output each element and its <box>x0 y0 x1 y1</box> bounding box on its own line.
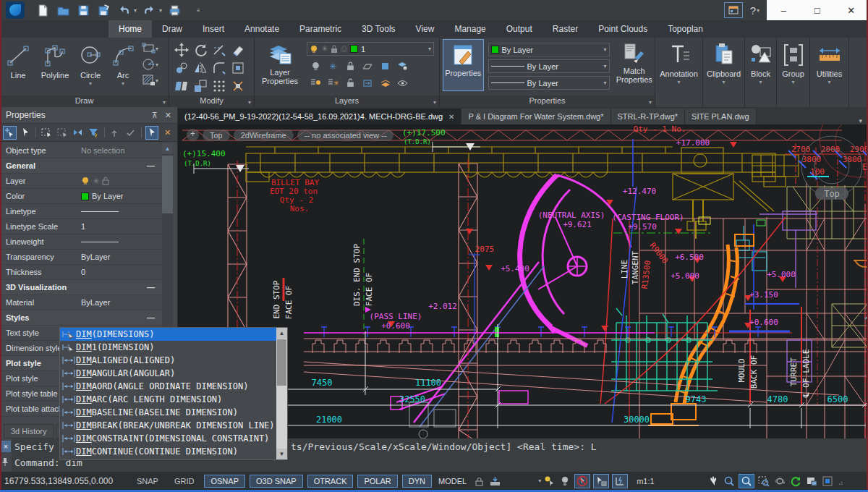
autocomplete-item-DIM1[interactable]: DIM1 (DIMENSION) <box>60 341 276 354</box>
autocomplete-item-DIMCONSTRAINT[interactable]: DIMCONSTRAINT (DIMENSIONAL CONSTRAINT) <box>60 432 276 445</box>
regen-icon[interactable] <box>789 475 802 488</box>
quick-select-icon[interactable] <box>71 126 85 140</box>
quad-cursor-icon[interactable] <box>593 474 609 488</box>
save-as-icon[interactable] <box>95 2 111 18</box>
command-close-icon[interactable]: ✕ <box>1 441 11 452</box>
properties-toggle-button[interactable]: Properties <box>443 39 484 91</box>
autocomplete-item-DIM[interactable]: DIM (DIMENSIONS) <box>60 328 276 341</box>
ribbon-tab-output[interactable]: Output <box>496 20 542 38</box>
tray-icon[interactable] <box>488 475 501 488</box>
property-row-styles[interactable]: Styles— <box>0 310 162 326</box>
tab-close-icon[interactable]: ✕ <box>448 113 454 121</box>
property-value[interactable]: By Layer <box>81 192 162 200</box>
layer-bulb-icon[interactable] <box>81 177 90 185</box>
layers-panel-label[interactable]: Layers▾ <box>255 96 439 107</box>
color-select[interactable]: By Layer▾ <box>488 43 610 56</box>
autocomplete-item-DIMALIGNED[interactable]: DIMALIGNED (ALIGNED) <box>60 354 276 367</box>
select-window-icon[interactable] <box>40 126 54 140</box>
status-flyout-icon[interactable]: ▾ <box>538 478 541 484</box>
annotation-button[interactable]: Annotation▾ <box>655 39 702 106</box>
layer-select[interactable]: ✳ ⎙ 1 ▾ <box>307 42 434 56</box>
viewport-visualstyle-pill[interactable]: 2dWireframe <box>234 130 294 141</box>
collapse-icon[interactable]: — <box>147 161 155 170</box>
ellipse-tool[interactable]: ▾ <box>142 58 158 71</box>
status-toggle-dyn[interactable]: DYN <box>402 475 432 488</box>
ribbon-tab-annotate[interactable]: Annotate <box>234 20 289 38</box>
ribbon-tab-view[interactable]: View <box>406 20 445 38</box>
zoom-window-icon[interactable] <box>739 474 754 488</box>
layer-thaw-icon[interactable]: ✳ <box>328 78 339 88</box>
array-icon[interactable] <box>212 79 226 93</box>
annotation-scale[interactable]: m1:1 <box>637 477 654 485</box>
ui-lock-icon[interactable] <box>472 475 485 488</box>
viewport-assoc-pill[interactable]: -- no associated view -- <box>297 130 394 141</box>
draw-panel-label[interactable]: Draw▾ <box>0 96 169 107</box>
layer-eye-icon[interactable] <box>397 80 408 87</box>
circle-dropdown-icon[interactable]: ▾ <box>89 80 92 87</box>
status-toggle-polar[interactable]: POLAR <box>357 475 397 488</box>
autocomplete-scroll-up-icon[interactable]: ▲ <box>276 328 287 339</box>
trim-icon[interactable] <box>212 43 226 57</box>
status-toggle-snap[interactable]: SNAP <box>131 475 164 487</box>
lineweight-select[interactable]: By Layer▾ <box>488 76 610 90</box>
linetype-select[interactable]: By Layer▾ <box>488 59 610 73</box>
autocomplete-scroll-thumb[interactable] <box>277 339 286 386</box>
select-crossing-icon[interactable] <box>56 126 69 140</box>
hatch-tool[interactable]: ▾ <box>142 74 158 87</box>
offset-icon[interactable] <box>231 61 245 75</box>
line-tool[interactable]: Line <box>0 39 36 94</box>
property-value[interactable]: No selection <box>81 146 162 155</box>
properties-panel-label[interactable]: Properties▾ <box>440 96 655 107</box>
select-add-icon[interactable] <box>3 126 17 140</box>
ribbon-tab-raster[interactable]: Raster <box>542 20 588 38</box>
autocomplete-item-DIMARC[interactable]: DIMARC (ARC LENGTH DIMENSION) <box>60 393 276 406</box>
copy-icon[interactable] <box>174 61 189 75</box>
polyline-tool[interactable]: Polyline <box>36 39 74 94</box>
mirror-icon[interactable] <box>193 61 208 75</box>
scale-icon[interactable] <box>193 79 208 93</box>
property-value[interactable]: ByLayer <box>81 253 162 261</box>
undo-dropdown-icon[interactable]: ▾ <box>134 7 137 14</box>
layout-switch-icon[interactable] <box>805 475 818 488</box>
clean-screen-icon[interactable] <box>821 475 834 488</box>
document-tab-0[interactable]: (12-40-56_PM_9-19-2022)(12-54-58_16.09.2… <box>178 109 461 124</box>
pin-icon[interactable]: ⊼ <box>152 111 158 120</box>
hotkey-assistant-icon[interactable] <box>542 475 556 488</box>
layer-plane-icon[interactable] <box>362 62 373 71</box>
layer-off-icon[interactable] <box>311 62 320 71</box>
ribbon-tab-topoplan[interactable]: Topoplan <box>658 20 713 38</box>
viewport-add-icon[interactable]: + <box>187 129 199 141</box>
redo-icon[interactable] <box>141 2 157 18</box>
collapse-icon[interactable]: — <box>147 313 155 322</box>
close-panel-icon[interactable]: ✕ <box>165 111 171 120</box>
autocomplete-item-DIMBREAK[interactable]: DIMBREAK (BREAK/UNBREAK DIMENSION LINE) <box>60 419 276 432</box>
document-tab-1[interactable]: P & I Diagram For Water System.dwg* <box>461 109 610 124</box>
clear-icon[interactable]: ✕ <box>161 126 174 140</box>
arc-dropdown-icon[interactable]: ▾ <box>122 80 124 87</box>
document-tab-3[interactable]: SITE PLAN.dwg <box>685 109 756 124</box>
group-button[interactable]: Group▾ <box>777 39 809 106</box>
save-icon[interactable] <box>75 2 91 18</box>
property-value[interactable] <box>81 211 162 212</box>
autocomplete-item-DIMBASELINE[interactable]: DIMBASELINE (BASELINE DIMENSION) <box>60 406 276 419</box>
maximize-button[interactable]: □ <box>807 5 828 16</box>
selection-off-icon[interactable] <box>574 474 590 488</box>
autocomplete-item-DIMANGULAR[interactable]: DIMANGULAR (ANGULAR) <box>60 367 276 380</box>
modify-panel-label[interactable]: Modify▾ <box>169 96 254 107</box>
autocomplete-item-DIMCONTINUE[interactable]: DIMCONTINUE (CONTINUE DIMENSION) <box>60 445 276 458</box>
pan-icon[interactable] <box>707 475 720 488</box>
ribbon-tab-draw[interactable]: Draw <box>152 20 192 38</box>
status-toggle-o3d-snap[interactable]: O3D SNAP <box>250 475 303 488</box>
ribbon-tab-3d-tools[interactable]: 3D Tools <box>352 20 405 38</box>
highlight-icon[interactable] <box>145 126 159 140</box>
circle-tool[interactable]: Circle ▾ <box>74 39 107 94</box>
viewport-view-pill[interactable]: Top <box>203 130 230 141</box>
new-file-icon[interactable] <box>35 2 51 18</box>
ribbon-tab-manage[interactable]: Manage <box>444 20 495 38</box>
ribbon-tab-insert[interactable]: Insert <box>192 20 234 38</box>
property-value[interactable]: 0 <box>81 268 162 276</box>
scroll-thumb[interactable] <box>162 156 173 213</box>
tab-3d-history[interactable]: 3d History <box>4 424 54 438</box>
filter-icon[interactable] <box>87 126 101 140</box>
help-button[interactable]: ? <box>750 4 756 17</box>
